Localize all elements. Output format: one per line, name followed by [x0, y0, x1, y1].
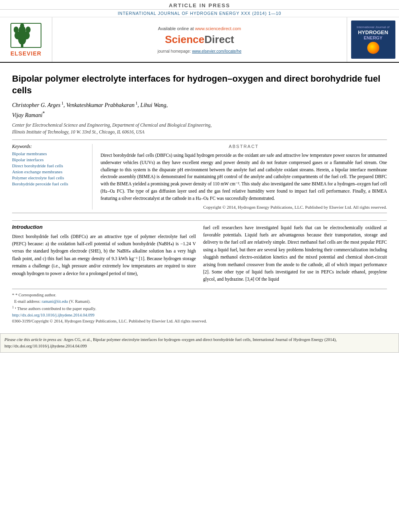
- abstract-col: ABSTRACT Direct borohydride fuel cells (…: [101, 144, 387, 210]
- introduction-right-text: fuel cell researchers have investigated …: [203, 224, 387, 283]
- section-heading-introduction: Introduction: [12, 224, 196, 230]
- author-4-asterisk: *: [43, 110, 45, 116]
- author-1: Christopher G. Arges: [12, 102, 60, 108]
- footnote-doi: http://dx.doi.org/10.1016/j.ijhydene.201…: [12, 312, 387, 318]
- citation-box-label: Please cite this article in press as:: [4, 337, 64, 342]
- footnote-email: E-mail address: ramani@iit.edu (V. Raman…: [12, 298, 387, 305]
- journal-homepage-text: journal homepage: www.elsevier.com/locat…: [158, 49, 241, 53]
- science-direct-area: Available online at www.sciencedirect.co…: [52, 17, 347, 62]
- author-2-super: 1: [135, 101, 138, 105]
- affiliation: Center for Electrochemical Science and E…: [12, 122, 387, 136]
- footnote-star-icon: *: [12, 292, 14, 297]
- keyword-2[interactable]: Bipolar interfaces: [12, 157, 86, 162]
- keyword-3[interactable]: Direct borohydride fuel cells: [12, 163, 86, 168]
- author-3: Lihui Wang,: [140, 102, 168, 108]
- footnote-corresponding: * * Corresponding author.: [12, 292, 387, 298]
- authors-line: Christopher G. Arges 1, Venkateshkumar P…: [12, 100, 387, 119]
- author-1-super: 1: [60, 101, 64, 105]
- svg-point-5: [14, 27, 19, 33]
- svg-point-7: [20, 23, 24, 28]
- divider-2: [12, 213, 387, 213]
- he-logo-top-text: International Journal of: [357, 25, 389, 29]
- journal-homepage-link[interactable]: www.elsevier.com/locate/he: [192, 49, 241, 53]
- main-content: Bipolar polymer electrolyte interfaces f…: [0, 63, 399, 329]
- footnote-equal-contribution: 1 ¹ These authors contributed to the pap…: [12, 304, 387, 312]
- sd-logo-part1: Science: [165, 33, 204, 45]
- article-in-press-banner: ARTICLE IN PRESS: [0, 0, 399, 10]
- keyword-1[interactable]: Bipolar membranes: [12, 151, 86, 156]
- keywords-label: Keywords:: [12, 144, 86, 149]
- introduction-left-text: Direct borohydride fuel cells (DBFCs) ar…: [12, 233, 196, 277]
- abstract-section: Keywords: Bipolar membranes Bipolar inte…: [12, 144, 387, 210]
- he-logo-energy-text: ENERGY: [364, 35, 382, 40]
- footnote-super-1: 1: [12, 306, 14, 311]
- email-link[interactable]: ramani@iit.edu: [41, 299, 68, 304]
- journal-header-bar: INTERNATIONAL JOURNAL OF HYDROGEN ENERGY…: [0, 10, 399, 17]
- he-logo-circle-icon: [367, 42, 379, 54]
- keywords-col: Keywords: Bipolar membranes Bipolar inte…: [12, 144, 93, 210]
- abstract-text: Direct borohydride fuel cells (DBFCs) us…: [101, 152, 387, 202]
- body-col-right: fuel cell researchers have investigated …: [203, 224, 387, 283]
- svg-point-6: [26, 27, 31, 33]
- author-2: Venkateshkumar Prabhakaran: [66, 102, 135, 108]
- citation-box: Please cite this article in press as: Ar…: [0, 333, 399, 353]
- doi-link[interactable]: http://dx.doi.org/10.1016/j.ijhydene.201…: [12, 313, 95, 317]
- keyword-5[interactable]: Polymer electrolyte fuel cells: [12, 175, 86, 180]
- keyword-4[interactable]: Anion exchange membranes: [12, 169, 86, 174]
- affiliation-line1: Center for Electrochemical Science and E…: [12, 123, 212, 127]
- footnote-area: * * Corresponding author. E-mail address…: [12, 289, 387, 325]
- elsevier-logo-area: ELSEVIER: [0, 17, 52, 62]
- elsevier-label: ELSEVIER: [10, 50, 41, 57]
- hydrogen-energy-logo-area: International Journal of HYDROGEN ENERGY: [347, 17, 399, 62]
- author-4: Vijay Ramani: [12, 112, 43, 118]
- keyword-6[interactable]: Borohydride peroxide fuel cells: [12, 181, 86, 186]
- top-header: ELSEVIER Available online at www.science…: [0, 17, 399, 63]
- sd-logo-part2: Direct: [204, 33, 234, 45]
- sd-url-link[interactable]: www.sciencedirect.com: [195, 26, 241, 31]
- affiliation-line2: Illinois Institute of Technology, 10 W. …: [12, 129, 144, 134]
- divider-1: [12, 140, 387, 140]
- abstract-label: ABSTRACT: [101, 144, 387, 149]
- body-section: Introduction Direct borohydride fuel cel…: [12, 220, 387, 283]
- body-col-left: Introduction Direct borohydride fuel cel…: [12, 224, 196, 283]
- footnote-issn: 0360-3199/Copyright © 2014, Hydrogen Ene…: [12, 318, 387, 325]
- article-title: Bipolar polymer electrolyte interfaces f…: [12, 73, 387, 96]
- he-logo-box: International Journal of HYDROGEN ENERGY: [351, 21, 395, 59]
- abstract-copyright: Copyright © 2014, Hydrogen Energy Public…: [101, 205, 387, 210]
- sciencedirect-logo: ScienceDirect: [165, 33, 234, 46]
- available-online-text: Available online at www.sciencedirect.co…: [158, 26, 241, 31]
- elsevier-tree-icon: [9, 23, 43, 49]
- he-logo-title-text: HYDROGEN: [358, 30, 388, 35]
